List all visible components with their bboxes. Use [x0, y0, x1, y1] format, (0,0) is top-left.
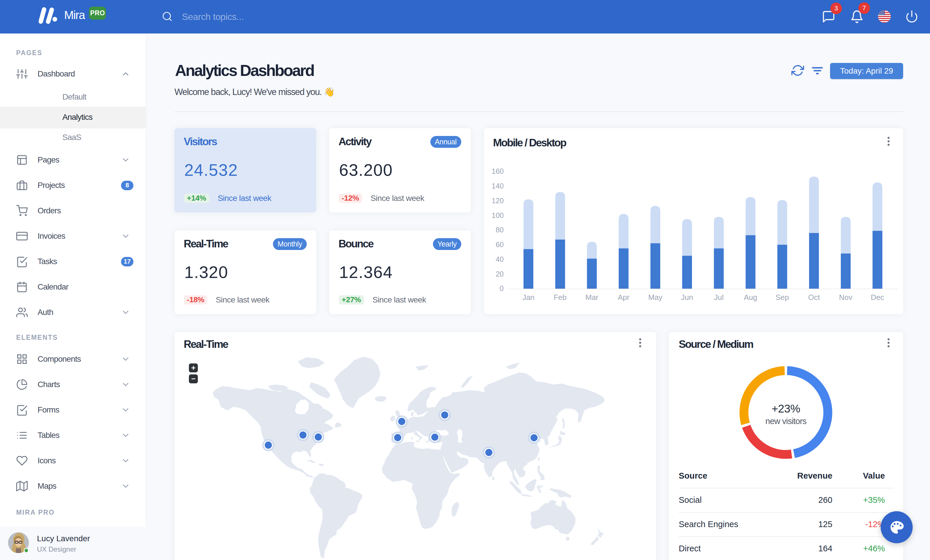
- svg-text:60: 60: [496, 241, 504, 249]
- svg-text:new visitors: new visitors: [765, 417, 806, 426]
- svg-text:Apr: Apr: [618, 293, 630, 302]
- svg-text:May: May: [648, 293, 662, 302]
- svg-text:0: 0: [500, 284, 504, 292]
- svg-text:Dec: Dec: [871, 293, 884, 302]
- svg-text:Sep: Sep: [776, 293, 789, 302]
- svg-text:Jun: Jun: [681, 293, 693, 302]
- svg-text:160: 160: [491, 167, 504, 175]
- svg-text:Oct: Oct: [808, 293, 820, 302]
- svg-text:20: 20: [496, 270, 504, 278]
- svg-text:Jan: Jan: [522, 293, 534, 302]
- svg-text:140: 140: [491, 182, 504, 190]
- svg-text:Jul: Jul: [714, 293, 724, 302]
- svg-text:Aug: Aug: [744, 293, 757, 302]
- svg-text:120: 120: [491, 196, 504, 205]
- svg-text:Feb: Feb: [554, 293, 567, 302]
- svg-text:+23%: +23%: [771, 402, 800, 415]
- svg-text:40: 40: [496, 255, 504, 263]
- svg-text:100: 100: [491, 211, 504, 219]
- svg-text:Nov: Nov: [839, 293, 852, 302]
- svg-text:Mar: Mar: [585, 293, 599, 302]
- svg-text:80: 80: [496, 226, 504, 234]
